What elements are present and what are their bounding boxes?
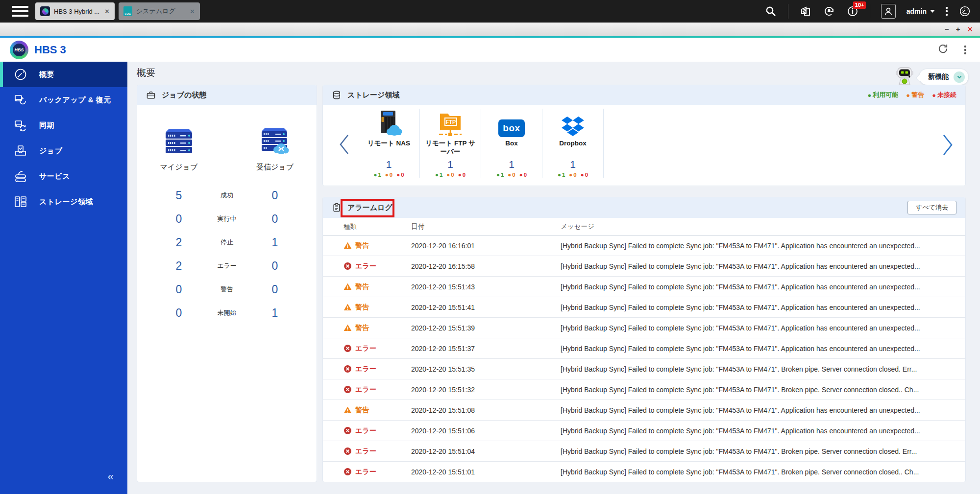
- received-jobs-label: 受信ジョブ: [253, 163, 297, 172]
- services-icon: [14, 169, 27, 183]
- refresh-icon[interactable]: [937, 43, 949, 56]
- whats-new-button[interactable]: 新機能: [919, 69, 969, 85]
- alarm-log-panel: アラームログ すべて消去 種類 日付 メッセージ 警告 2020-12-20 1…: [322, 197, 966, 482]
- alarm-date: 2020-12-20 16:16:01: [411, 242, 561, 250]
- sidebar: 概要 バックアップ & 復元 同期 ジョブ サービス ストレージ領域 «: [0, 62, 127, 494]
- user-avatar-icon[interactable]: [881, 4, 896, 19]
- app-header: HBS HBS 3: [0, 38, 980, 62]
- job-status-row: 2 停止 1: [137, 231, 317, 254]
- notifications-icon[interactable]: 10+: [846, 5, 859, 18]
- received-jobs-count: 0: [253, 283, 297, 296]
- alarm-table-header: 種類 日付 メッセージ: [323, 218, 965, 235]
- resource-monitor-icon[interactable]: [958, 5, 971, 18]
- background-tasks-icon[interactable]: [799, 5, 812, 18]
- storage-item-name: リモート NAS: [365, 139, 413, 159]
- alarm-log-row[interactable]: 警告 2020-12-20 15:51:39 [Hybrid Backup Sy…: [323, 318, 965, 338]
- window-close-button[interactable]: ✕: [967, 25, 973, 34]
- alarm-log-row[interactable]: エラー 2020-12-20 15:51:01 [Hybrid Backup S…: [323, 462, 965, 482]
- clear-all-button[interactable]: すべて消去: [907, 201, 956, 214]
- job-status-label: 停止: [201, 238, 253, 247]
- overview-icon: [14, 68, 27, 81]
- sidebar-item-sync[interactable]: 同期: [0, 113, 127, 138]
- svg-text:FTP: FTP: [446, 119, 456, 125]
- job-status-row: 2 エラー 0: [137, 254, 317, 278]
- window-maximize-button[interactable]: +: [956, 25, 960, 33]
- alarm-log-row[interactable]: 警告 2020-12-20 15:51:08 [Hybrid Backup Sy…: [323, 400, 965, 421]
- close-icon[interactable]: ✕: [104, 8, 110, 15]
- tab-hbs3[interactable]: HBS 3 Hybrid ... ✕: [35, 2, 115, 20]
- chevron-down-icon: [954, 71, 965, 83]
- external-device-icon[interactable]: [823, 5, 835, 18]
- alarm-date: 2020-12-20 15:51:06: [411, 427, 561, 435]
- alarm-message: [Hybrid Backup Sync] Failed to complete …: [561, 365, 965, 373]
- alarm-message: [Hybrid Backup Sync] Failed to complete …: [561, 304, 965, 311]
- my-jobs-count: 0: [157, 283, 201, 296]
- alarm-log-row[interactable]: エラー 2020-12-20 15:51:35 [Hybrid Backup S…: [323, 359, 965, 379]
- job-status-panel-header: ジョブの状態: [137, 85, 317, 105]
- search-icon[interactable]: [764, 5, 777, 18]
- sidebar-item-storage-spaces[interactable]: ストレージ領域: [0, 189, 127, 214]
- alarm-log-row[interactable]: 警告 2020-12-20 15:51:41 [Hybrid Backup Sy…: [323, 297, 965, 318]
- storage-item-dropbox[interactable]: Dropbox 1 ●1 ●0 ●0: [542, 109, 603, 178]
- alarm-message: [Hybrid Backup Sync] Failed to complete …: [561, 386, 965, 394]
- alarm-log-row[interactable]: エラー 2020-12-20 16:15:58 [Hybrid Backup S…: [323, 256, 965, 277]
- scroll-right-chevron-icon[interactable]: [941, 133, 955, 159]
- storage-item-name: リモート FTP サーバー: [420, 139, 481, 159]
- alarm-type-label: エラー: [355, 447, 376, 456]
- alarm-type-label: エラー: [355, 262, 376, 271]
- alarm-log-row[interactable]: 警告 2020-12-20 16:16:01 [Hybrid Backup Sy…: [323, 235, 965, 256]
- jobs-icon: [14, 144, 27, 158]
- main-menu-icon[interactable]: [12, 6, 28, 17]
- window-minimize-button[interactable]: −: [945, 25, 949, 33]
- alarm-log-row[interactable]: エラー 2020-12-20 15:51:06 [Hybrid Backup S…: [323, 421, 965, 441]
- storage-item-remote-nas[interactable]: リモート NAS 1 ●1 ●0 ●0: [358, 109, 419, 178]
- sidebar-item-label: 同期: [39, 121, 54, 130]
- alarm-log-row[interactable]: エラー 2020-12-20 15:51:04 [Hybrid Backup S…: [323, 441, 965, 462]
- backup-restore-icon: [14, 93, 27, 107]
- my-jobs-nas-icon: [157, 126, 201, 156]
- warning-icon: [343, 406, 352, 414]
- alarm-date: 2020-12-20 15:51:08: [411, 406, 561, 414]
- sidebar-item-overview[interactable]: 概要: [0, 62, 127, 87]
- disconnected-dot: ●: [932, 92, 936, 99]
- sidebar-item-label: バックアップ & 復元: [39, 95, 111, 105]
- storage-item-status: ●1 ●0 ●0: [558, 172, 588, 178]
- received-jobs-count: 0: [253, 259, 297, 273]
- alarm-log-row[interactable]: 警告 2020-12-20 15:51:43 [Hybrid Backup Sy…: [323, 277, 965, 297]
- sidebar-item-services[interactable]: サービス: [0, 164, 127, 189]
- tab-system-log[interactable]: LOG システムログ ✕: [119, 2, 200, 20]
- error-icon: [343, 468, 352, 476]
- job-status-panel: ジョブの状態 マイジョブ 受信ジョブ 5 成功 0 0 実行中 0 2 停止 1: [137, 85, 317, 482]
- storage-item-box[interactable]: box Box 1 ●1 ●0 ●0: [481, 109, 542, 178]
- storage-spaces-panel: ストレージ領域 ●利用可能 ●警告 ●未接続 リモート NAS 1: [322, 85, 966, 186]
- warning-icon: [343, 241, 352, 250]
- alarm-type-label: エラー: [355, 365, 376, 374]
- storage-item-name: Dropbox: [556, 139, 589, 159]
- alarm-message: [Hybrid Backup Sync] Failed to complete …: [561, 345, 965, 353]
- panel-title: ストレージ領域: [347, 91, 399, 100]
- divider: [788, 4, 788, 19]
- warning-icon: [343, 303, 352, 311]
- storage-item-count: 1: [447, 159, 453, 170]
- more-options-icon[interactable]: [946, 7, 948, 16]
- sidebar-collapse-button[interactable]: «: [108, 470, 114, 483]
- scroll-left-chevron-icon[interactable]: [338, 133, 350, 158]
- sidebar-item-backup-restore[interactable]: バックアップ & 復元: [0, 87, 127, 113]
- sync-icon: [14, 118, 27, 132]
- app-more-options-icon[interactable]: [964, 46, 966, 54]
- alarm-date: 2020-12-20 15:51:35: [411, 365, 561, 373]
- alarm-date: 2020-12-20 16:15:58: [411, 262, 561, 270]
- user-menu[interactable]: admin: [906, 7, 935, 15]
- alarm-log-row[interactable]: エラー 2020-12-20 15:51:37 [Hybrid Backup S…: [323, 338, 965, 359]
- alarm-log-row[interactable]: エラー 2020-12-20 15:51:32 [Hybrid Backup S…: [323, 379, 965, 400]
- close-icon[interactable]: ✕: [190, 8, 195, 15]
- alarm-message: [Hybrid Backup Sync] Failed to complete …: [561, 447, 965, 455]
- storage-item-remote-ftp[interactable]: FTP リモート FTP サーバー 1 ●1 ●0 ●0: [419, 109, 481, 178]
- sidebar-item-label: ストレージ領域: [39, 197, 93, 207]
- received-jobs-count: 1: [253, 306, 297, 320]
- received-jobs-icon: [253, 126, 297, 156]
- storage-spaces-icon: [14, 195, 27, 209]
- alarm-date: 2020-12-20 15:51:37: [411, 345, 561, 353]
- sidebar-item-jobs[interactable]: ジョブ: [0, 138, 127, 164]
- storage-item-status: ●1 ●0 ●0: [496, 172, 527, 178]
